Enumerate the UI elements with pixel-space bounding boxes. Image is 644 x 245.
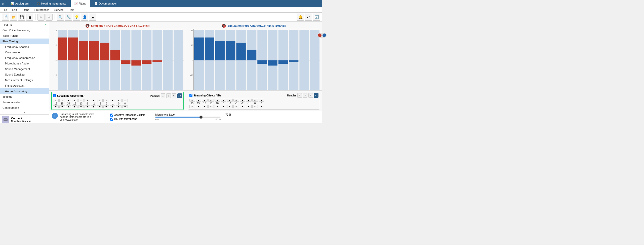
right-up-1[interactable]: ▲ — [196, 99, 201, 102]
right-down-9[interactable]: ▼ — [246, 105, 252, 108]
sidebar-item-audio-streaming[interactable]: Audio Streaming — [0, 88, 49, 94]
left-down-4[interactable]: ▼ — [78, 105, 84, 108]
right-mute-icon[interactable]: 🔇 — [222, 24, 226, 28]
sidebar-item-freq-shaping[interactable]: Frequency Shaping — [0, 44, 49, 50]
bulb-button[interactable]: 💡 — [73, 14, 80, 21]
right-down-4[interactable]: ▼ — [215, 105, 220, 108]
left-up-9[interactable]: ▲ — [110, 99, 115, 102]
sidebar-item-fitting-assist[interactable]: Fitting Assistant — [0, 83, 49, 88]
right-handle-2[interactable]: 2 — [303, 93, 307, 98]
menu-file[interactable]: File — [2, 8, 8, 12]
left-down-6[interactable]: ▼ — [91, 105, 96, 108]
left-up-7[interactable]: ▲ — [97, 99, 103, 102]
mix-microphone-checkbox[interactable] — [110, 118, 113, 121]
notif-button[interactable]: 🔔 — [297, 14, 304, 21]
right-down-1[interactable]: ▼ — [196, 105, 201, 108]
left-down-7[interactable]: ▼ — [97, 105, 103, 108]
open-button[interactable]: 📂 — [10, 14, 17, 21]
link-channels-icon[interactable] — [317, 33, 322, 38]
sidebar-item-tinnitus[interactable]: Tinnitus — [0, 94, 49, 99]
menu-preferences[interactable]: Preferences — [33, 8, 50, 12]
adaptive-streaming-checkbox[interactable] — [110, 114, 113, 117]
right-handle-12[interactable]: 12 — [314, 93, 318, 98]
right-up-6[interactable]: ▲ — [227, 99, 233, 102]
sidebar-item-personalization[interactable]: Personalization — [0, 99, 49, 105]
left-down-3[interactable]: ▼ — [72, 105, 77, 108]
sidebar-item-first-fit[interactable]: First Fit ✓ — [0, 22, 49, 27]
right-handle-6[interactable]: 6 — [308, 93, 313, 98]
save-button[interactable]: 💾 — [18, 14, 25, 21]
left-up-1[interactable]: ▲ — [59, 99, 65, 102]
print-button[interactable]: 🖨 — [26, 14, 33, 21]
right-down-7[interactable]: ▼ — [233, 105, 239, 108]
left-mute-icon[interactable]: 🔇 — [85, 24, 90, 28]
right-up-4[interactable]: ▲ — [215, 99, 220, 102]
redo-button[interactable]: ↪ — [46, 14, 53, 21]
right-down-0[interactable]: ▼ — [189, 105, 195, 108]
left-down-0[interactable]: ▼ — [53, 105, 59, 108]
right-up-5[interactable]: ▲ — [221, 99, 226, 102]
left-handle-1[interactable]: 1 — [161, 93, 165, 98]
left-down-1[interactable]: ▼ — [59, 105, 65, 108]
device-connect[interactable]: Connect Noahlink Wireless — [0, 115, 49, 123]
right-up-8[interactable]: ▲ — [240, 99, 245, 102]
tool-button[interactable]: 🔧 — [65, 14, 72, 21]
sidebar-item-sound-eq[interactable]: Sound Equalizer — [0, 72, 49, 77]
left-up-0[interactable]: ▲ — [53, 99, 59, 102]
right-handle-1[interactable]: 1 — [297, 93, 302, 98]
home-icon[interactable]: ⌂ — [2, 2, 4, 6]
menu-fitting[interactable]: Fitting — [21, 8, 30, 12]
sidebar-item-sound-mgmt[interactable]: Sound Management — [0, 66, 49, 72]
tab-documentation[interactable]: 📄 Documentation — [91, 0, 121, 7]
left-up-4[interactable]: ▲ — [78, 99, 84, 102]
tab-audiogram[interactable]: 📊 Audiogram — [7, 0, 32, 7]
right-up-2[interactable]: ▲ — [202, 99, 208, 102]
left-up-5[interactable]: ▲ — [85, 99, 90, 102]
sidebar-item-own-voice[interactable]: Own Voice Processing — [0, 27, 49, 33]
left-up-3[interactable]: ▲ — [72, 99, 77, 102]
right-down-8[interactable]: ▼ — [240, 105, 245, 108]
right-up-7[interactable]: ▲ — [233, 99, 239, 102]
search-button[interactable]: 🔍 — [57, 14, 64, 21]
left-handle-12[interactable]: 12 — [177, 93, 182, 98]
right-up-11[interactable]: ▲ — [259, 99, 264, 102]
left-down-8[interactable]: ▼ — [103, 105, 109, 108]
left-up-2[interactable]: ▲ — [66, 99, 71, 102]
right-up-10[interactable]: ▲ — [252, 99, 258, 102]
undo-button[interactable]: ↩ — [37, 14, 45, 21]
user-button[interactable]: 👤 — [81, 14, 88, 21]
menu-edit[interactable]: Edit — [11, 8, 18, 12]
sidebar-item-fine-tuning[interactable]: Fine Tuning — [0, 39, 49, 44]
right-down-11[interactable]: ▼ — [259, 105, 264, 108]
refresh-button[interactable]: 🔄 — [313, 14, 320, 21]
right-up-3[interactable]: ▲ — [208, 99, 214, 102]
right-streaming-checkbox[interactable] — [189, 94, 192, 97]
sidebar-item-freq-compression[interactable]: Frequency Compression — [0, 55, 49, 61]
right-up-0[interactable]: ▲ — [189, 99, 195, 102]
tab-hearing-instruments[interactable]: 🎧 Hearing Instruments — [33, 0, 70, 7]
left-down-9[interactable]: ▼ — [110, 105, 115, 108]
sidebar-item-basic-tuning[interactable]: Basic Tuning — [0, 33, 49, 39]
right-down-5[interactable]: ▼ — [221, 105, 226, 108]
right-up-9[interactable]: ▲ — [246, 99, 252, 102]
sidebar-scroll-arrow[interactable]: ▼ — [0, 111, 49, 114]
sidebar-item-compression[interactable]: Compression — [0, 50, 49, 55]
cloud-button[interactable]: ☁ — [89, 14, 96, 21]
sidebar-item-measurement[interactable]: Measurement Settings — [0, 77, 49, 83]
tab-fitting[interactable]: 📈 Fitting — [71, 0, 90, 7]
left-down-2[interactable]: ▼ — [66, 105, 71, 108]
sidebar-item-mic-audio[interactable]: Microphone / Audio — [0, 61, 49, 66]
right-down-6[interactable]: ▼ — [227, 105, 233, 108]
left-up-10[interactable]: ▲ — [116, 99, 122, 102]
left-down-5[interactable]: ▼ — [85, 105, 90, 108]
transfer-button[interactable]: ⇄ — [305, 14, 312, 21]
new-button[interactable]: 📄 — [2, 14, 9, 21]
left-down-10[interactable]: ▼ — [116, 105, 122, 108]
right-down-2[interactable]: ▼ — [202, 105, 208, 108]
sidebar-item-configuration[interactable]: Configuration — [0, 105, 49, 111]
left-up-6[interactable]: ▲ — [91, 99, 96, 102]
left-streaming-checkbox[interactable] — [53, 94, 56, 97]
menu-help[interactable]: Help — [68, 8, 75, 12]
left-handle-2[interactable]: 2 — [166, 93, 171, 98]
left-down-11[interactable]: ▼ — [122, 105, 128, 108]
